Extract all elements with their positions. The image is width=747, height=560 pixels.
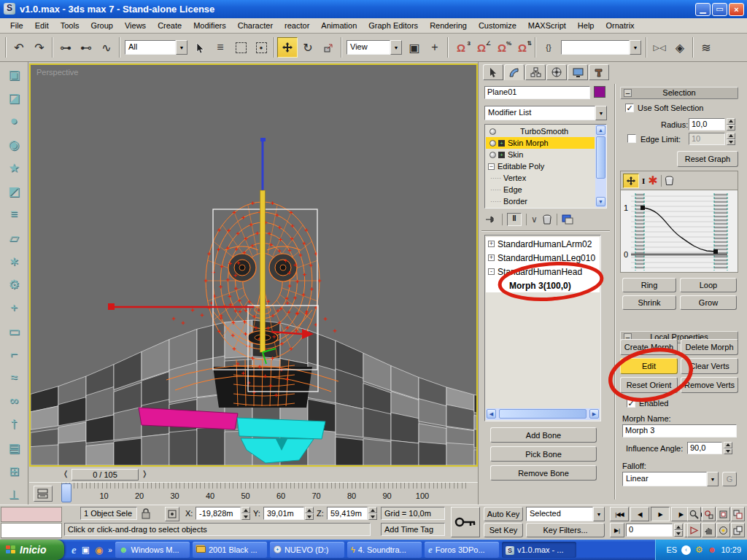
angular-dashpot-icon[interactable]: ∗ — [3, 250, 25, 272]
scroll-down-icon[interactable]: ▼ — [596, 197, 605, 206]
named-selection-dropdown[interactable]: ▼ — [561, 40, 641, 55]
window-crossing-toggle-icon[interactable]: ● — [251, 37, 271, 58]
ring-button[interactable]: Ring — [622, 278, 676, 292]
water-icon[interactable]: ≈ — [3, 367, 25, 389]
stack-row-skin-morph[interactable]: +Skin Morph — [486, 137, 595, 149]
edge-limit-spinner[interactable] — [727, 133, 735, 145]
min-max-toggle-icon[interactable] — [731, 523, 745, 537]
modifier-list-dropdown[interactable]: Modifier List ▼ — [484, 106, 607, 120]
spinner-snap-icon[interactable]: Ω⇅ — [512, 37, 533, 58]
arc-rotate-icon[interactable] — [716, 523, 730, 537]
menu-graph-editors[interactable]: Graph Editors — [363, 20, 424, 31]
mirror-icon[interactable]: ▷◁ — [649, 37, 670, 58]
graph-scale-icon[interactable]: I — [642, 176, 645, 185]
toy-car-icon[interactable]: ▭ — [3, 320, 25, 342]
radius-field[interactable]: 10,0 — [689, 118, 725, 131]
go-to-start-button[interactable]: |◀◀ — [610, 507, 629, 521]
y-spinner[interactable] — [305, 507, 314, 520]
unlink-selection-icon[interactable]: ⊷ — [76, 37, 96, 58]
selection-filter-dropdown[interactable]: All▼ — [125, 40, 187, 55]
taskbar-item-3[interactable]: NUEVO (D:) — [270, 542, 344, 558]
wind-icon[interactable]: + — [3, 297, 25, 319]
play-button[interactable]: ▶ — [651, 507, 670, 521]
tray-app-icon[interactable]: ⚙ — [695, 545, 703, 555]
modifier-bulb-icon[interactable] — [489, 140, 496, 147]
stack-row-edge[interactable]: ·····Edge — [486, 184, 595, 195]
tab-utilities[interactable] — [589, 64, 609, 80]
expand-icon[interactable]: + — [488, 254, 495, 261]
graph-delete-icon[interactable] — [665, 176, 674, 186]
expand-icon[interactable]: + — [498, 152, 505, 158]
taskbar-item-1[interactable]: ☻Windows M... — [115, 542, 190, 558]
soft-body-collection-icon[interactable]: ● — [3, 110, 25, 132]
menu-animation[interactable]: Animation — [315, 20, 363, 31]
tab-display[interactable] — [568, 64, 588, 80]
language-indicator[interactable]: ES — [666, 545, 677, 554]
menu-tools[interactable]: Tools — [55, 20, 85, 31]
named-selection-sets-icon[interactable]: {} — [538, 37, 559, 58]
linear-dashpot-icon[interactable]: ▱ — [3, 227, 25, 249]
undo-icon[interactable]: ↶ — [9, 37, 29, 58]
edit-button[interactable]: Edit — [620, 358, 678, 374]
expand-icon[interactable]: + — [498, 140, 505, 147]
x-coordinate-field[interactable]: -19,828m — [196, 507, 241, 520]
select-by-name-icon[interactable]: ≡ — [210, 37, 231, 58]
stack-row-border[interactable]: ·····Border — [486, 195, 595, 207]
modifier-stack[interactable]: TurboSmooth+Skin Morph+Skin−Editable Pol… — [484, 124, 607, 209]
falloff-graph-button[interactable]: G — [722, 472, 737, 486]
stack-row-skin[interactable]: +Skin — [486, 149, 595, 160]
zoom-extents-icon[interactable] — [716, 507, 730, 521]
remove-modifier-icon[interactable] — [542, 214, 552, 225]
stack-row-vertex[interactable]: ·····Vertex — [486, 172, 595, 184]
select-and-rotate-icon[interactable]: ↻ — [298, 37, 318, 58]
frame-spinner[interactable] — [674, 524, 683, 537]
fracture-icon[interactable]: ⌐ — [3, 343, 25, 365]
menu-create[interactable]: Create — [152, 20, 187, 31]
menu-customize[interactable]: Customize — [473, 20, 522, 31]
taskbar-item-4[interactable]: ϟ4. Soundtra... — [347, 542, 422, 558]
morph-name-field[interactable]: Morph 3 — [622, 424, 737, 438]
stack-row-editable-poly[interactable]: −Editable Poly — [486, 160, 595, 172]
radius-spinner[interactable] — [727, 118, 735, 131]
scroll-up-icon[interactable]: ▲ — [596, 125, 605, 135]
shrink-button[interactable]: Shrink — [622, 295, 676, 310]
x-spinner[interactable] — [241, 507, 250, 520]
menu-group[interactable]: Group — [85, 20, 119, 31]
minimize-button[interactable]: ▁ — [695, 3, 711, 16]
grow-button[interactable]: Grow — [680, 295, 737, 310]
timeline-playhead[interactable] — [61, 483, 71, 502]
falloff-dropdown[interactable]: Linear ▼ — [622, 472, 719, 486]
field-of-view-icon[interactable] — [687, 523, 701, 537]
time-slider-handle[interactable]: 0 / 105 — [71, 469, 139, 481]
align-icon[interactable]: ◈ — [670, 37, 690, 58]
percent-snap-icon[interactable]: Ω% — [492, 37, 512, 58]
key-filters-button[interactable]: Key Filters... — [526, 523, 605, 537]
taskbar-item-2[interactable]: 2001 Black ... — [193, 542, 267, 558]
current-frame-field[interactable]: 0 — [626, 524, 673, 537]
selection-rollout-header[interactable]: –Selection — [620, 87, 738, 99]
quicklaunch-mediaplayer-icon[interactable]: ◉ — [95, 545, 103, 556]
morph-target-list[interactable]: +StandardHumanLArm02+StandardHumanLLeg01… — [484, 235, 601, 421]
graph-move-icon[interactable] — [623, 174, 639, 188]
cloth-collection-icon[interactable]: ◪ — [3, 87, 25, 109]
spring-icon[interactable]: ≡ — [3, 203, 25, 225]
stack-scrollbar[interactable]: ▲ ▼ — [595, 125, 606, 207]
menu-ornatrix[interactable]: Ornatrix — [600, 20, 640, 31]
maxscript-listener-white[interactable] — [1, 523, 62, 538]
absolute-offset-toggle[interactable] — [165, 507, 179, 521]
open-mini-curve-editor-button[interactable] — [34, 486, 53, 502]
set-key-button[interactable]: Set Key — [484, 523, 523, 537]
show-end-result-icon[interactable]: ‖ — [507, 213, 522, 226]
taskbar-item-6[interactable]: Sv1.0.max - ... — [502, 542, 576, 558]
quicklaunch-ie-icon[interactable]: e — [71, 544, 77, 556]
modifier-bulb-icon[interactable] — [489, 152, 496, 158]
z-spinner[interactable] — [368, 507, 377, 520]
edge-limit-field[interactable]: 10 — [689, 133, 725, 145]
menu-file[interactable]: File — [4, 20, 29, 31]
menu-views[interactable]: Views — [119, 20, 152, 31]
stack-row-turbosmooth[interactable]: TurboSmooth — [486, 125, 595, 137]
restore-button[interactable]: ▭ — [712, 3, 727, 16]
deforming-mesh-icon[interactable]: ◉ — [3, 133, 25, 155]
collapse-icon[interactable]: - — [488, 268, 495, 275]
plane-icon[interactable]: ◩ — [3, 180, 25, 202]
